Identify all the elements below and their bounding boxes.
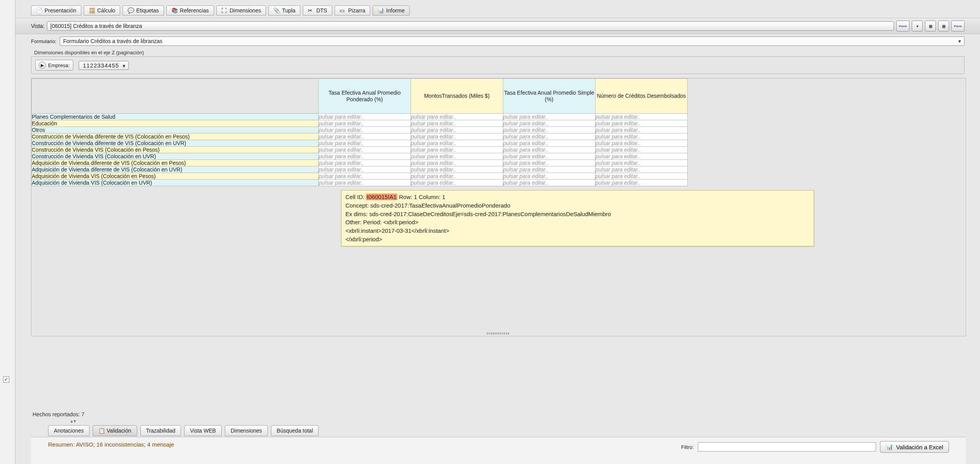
grid-cell[interactable]: pulsar para editar..: [595, 180, 688, 186]
form-view-button[interactable]: Form: [896, 21, 909, 31]
btab-trazabilidad[interactable]: Trazabilidad: [140, 425, 181, 436]
filtro-input[interactable]: [698, 442, 876, 452]
grid-cell[interactable]: pulsar para editar..: [503, 160, 595, 166]
tab-label: Cálculo: [97, 7, 116, 14]
grid-cell[interactable]: pulsar para editar..: [503, 140, 595, 147]
formulario-value: Formulario Créditos a través de libranza…: [63, 38, 162, 44]
row-header[interactable]: Otros: [32, 127, 319, 133]
grid-cell[interactable]: pulsar para editar..: [503, 166, 595, 173]
grid-cell[interactable]: pulsar para editar..: [595, 133, 688, 140]
btab-dimensiones[interactable]: Dimensiones: [225, 425, 268, 436]
tab-label: Presentación: [45, 7, 76, 14]
grid-cell[interactable]: pulsar para editar..: [595, 120, 688, 127]
row-header[interactable]: Planes Complementarios de Salud: [32, 114, 319, 120]
btab-anotaciones[interactable]: Anotaciones: [48, 425, 90, 436]
speech-icon: 💬: [128, 7, 134, 14]
grid-cell[interactable]: pulsar para editar..: [411, 114, 503, 120]
row-header[interactable]: Adquisición de Vivienda VIS (Colocación …: [32, 173, 319, 180]
grid-cell[interactable]: pulsar para editar..: [411, 140, 503, 147]
btab-validacion[interactable]: 📋 Validación: [93, 425, 137, 436]
row-header[interactable]: Educación: [32, 120, 319, 127]
form-icon: Form: [899, 24, 907, 28]
grid-cell[interactable]: pulsar para editar..: [411, 147, 503, 153]
grid-cell[interactable]: pulsar para editar..: [411, 173, 503, 180]
dimensions-icon: ⛶: [221, 7, 228, 14]
col-header[interactable]: Tasa Efectiva Anual Promedio Simple (%): [503, 79, 595, 114]
grid-cell[interactable]: pulsar para editar..: [595, 160, 688, 166]
grid-cell[interactable]: pulsar para editar..: [503, 120, 595, 127]
grid-cell[interactable]: pulsar para editar..: [411, 180, 503, 186]
col-header[interactable]: Tasa Efectiva Anual Promedio Ponderado (…: [319, 79, 411, 114]
grid-cell[interactable]: pulsar para editar..: [411, 153, 503, 160]
grid-cell[interactable]: pulsar para editar..: [595, 147, 688, 153]
grid-cell[interactable]: pulsar para editar..: [503, 180, 595, 186]
grid-cell[interactable]: pulsar para editar..: [319, 114, 411, 120]
grid-cell[interactable]: pulsar para editar..: [503, 173, 595, 180]
data-grid: Tasa Efectiva Anual Promedio Ponderado (…: [31, 78, 688, 186]
grid-cell[interactable]: pulsar para editar..: [595, 140, 688, 147]
grid-view-1-button[interactable]: ▦: [925, 21, 936, 31]
row-header[interactable]: Construcción de Vivienda VIS (Colocación…: [32, 153, 319, 160]
grid-cell[interactable]: pulsar para editar..: [595, 114, 688, 120]
grid-cell[interactable]: pulsar para editar..: [411, 133, 503, 140]
grid-cell[interactable]: pulsar para editar..: [411, 160, 503, 166]
tab-referencias[interactable]: 📚Referencias: [166, 5, 214, 16]
grid-cell[interactable]: pulsar para editar..: [503, 114, 595, 120]
btab-busqueda[interactable]: Búsqueda total: [271, 425, 319, 436]
row-header[interactable]: Construcción de Vivienda VIS (Colocación…: [32, 147, 319, 153]
summary-text: Resumen: AVISO; 16 inconsistencias; 4 me…: [48, 441, 174, 448]
grid-cell[interactable]: pulsar para editar..: [319, 127, 411, 133]
empresa-dropdown[interactable]: 1122334455: [79, 61, 129, 70]
col-header[interactable]: Número de Créditos Desembolsados: [595, 79, 688, 114]
z-pagination-label: Dimensiones disponibles en el eje Z (pag…: [16, 48, 980, 56]
grid-view-2-button[interactable]: ▦: [938, 21, 949, 31]
row-header[interactable]: Construcción de Vivienda diferente de VI…: [32, 140, 319, 147]
left-checkbox[interactable]: ✓: [3, 376, 9, 383]
grid-cell[interactable]: pulsar para editar..: [411, 120, 503, 127]
tab-dimensiones[interactable]: ⛶Dimensiones: [216, 5, 266, 16]
row-header[interactable]: Adquisición de Vivienda diferente de VIS…: [32, 166, 319, 173]
btab-vistaweb[interactable]: Vista WEB: [184, 425, 222, 436]
empresa-label: Empresa:: [48, 62, 70, 68]
col-header[interactable]: MontosTransados (Miles $): [411, 79, 503, 114]
grid-cell[interactable]: pulsar para editar..: [319, 160, 411, 166]
formulario-dropdown[interactable]: Formulario Créditos a través de libranza…: [60, 36, 964, 46]
tab-informe[interactable]: 📊Informe: [373, 5, 409, 16]
grid-icon: ▦: [942, 24, 945, 28]
form-view-2-button[interactable]: Form: [951, 21, 964, 31]
tab-dts[interactable]: ✂DTS: [303, 5, 332, 16]
play-icon[interactable]: ▶: [39, 62, 46, 69]
grid-cell[interactable]: pulsar para editar..: [319, 120, 411, 127]
grid-cell[interactable]: pulsar para editar..: [595, 166, 688, 173]
export-excel-button[interactable]: 📊Validación a Excel: [880, 441, 949, 453]
tab-pizarra[interactable]: ▭Pizarra: [335, 5, 370, 16]
grid-cell[interactable]: pulsar para editar..: [503, 153, 595, 160]
drag-handle[interactable]: [487, 332, 510, 334]
grid-cell[interactable]: pulsar para editar..: [319, 140, 411, 147]
vista-dropdown[interactable]: [060015] Créditos a través de libranza: [47, 21, 894, 31]
tab-presentacion[interactable]: 📄Presentación: [31, 5, 81, 16]
row-header[interactable]: Construcción de Vivienda diferente de VI…: [32, 133, 319, 140]
tab-calculo[interactable]: 🧮Cálculo: [84, 5, 121, 16]
grid-cell[interactable]: pulsar para editar..: [595, 153, 688, 160]
grid-cell[interactable]: pulsar para editar..: [319, 133, 411, 140]
grid-cell[interactable]: pulsar para editar..: [595, 127, 688, 133]
grid-cell[interactable]: pulsar para editar..: [411, 166, 503, 173]
form-dropdown-arrow[interactable]: ▾: [912, 21, 923, 31]
grid-cell[interactable]: pulsar para editar..: [503, 147, 595, 153]
grid-cell[interactable]: pulsar para editar..: [411, 127, 503, 133]
grid-cell[interactable]: pulsar para editar..: [503, 127, 595, 133]
tab-label: Referencias: [180, 7, 209, 14]
tab-tupla[interactable]: 📎Tupla: [268, 5, 300, 16]
grid-cell[interactable]: pulsar para editar..: [319, 173, 411, 180]
grid-cell[interactable]: pulsar para editar..: [503, 133, 595, 140]
row-header[interactable]: Adquisición de Vivienda VIS (Colocación …: [32, 180, 319, 186]
grid-cell[interactable]: pulsar para editar..: [595, 173, 688, 180]
row-header[interactable]: Adquisición de Vivienda diferente de VIS…: [32, 160, 319, 166]
tab-etiquetas[interactable]: 💬Etiquetas: [122, 5, 164, 16]
expand-collapse-triangles[interactable]: ▲▼: [70, 419, 76, 423]
grid-cell[interactable]: pulsar para editar..: [319, 153, 411, 160]
grid-cell[interactable]: pulsar para editar..: [319, 180, 411, 186]
grid-cell[interactable]: pulsar para editar..: [319, 147, 411, 153]
grid-cell[interactable]: pulsar para editar..: [319, 166, 411, 173]
